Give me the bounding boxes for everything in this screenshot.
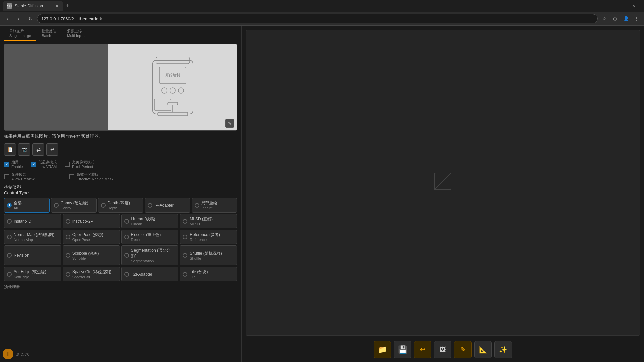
- ctrl-reference-cn: Reference (参考): [190, 232, 220, 238]
- ctrl-inpaint[interactable]: 局部重绘 Inpaint: [192, 198, 237, 213]
- ctrl-openpose[interactable]: OpenPose (姿态) OpenPose: [63, 230, 120, 244]
- ctrl-normal-labels: NormalMap (法线贴图) NormalMap: [14, 232, 54, 242]
- ctrl-canny[interactable]: Canny (硬边缘) Canny: [51, 198, 97, 213]
- ctrl-ip-radio: [148, 203, 152, 208]
- ctrl-shuffle-labels: Shuffle (随机洗牌) Shuffle: [190, 251, 222, 260]
- effective-region-label: 高效子区蒙版 Effective Region Mask: [76, 172, 113, 181]
- ctrl-instant-id[interactable]: Instant-ID: [4, 214, 61, 228]
- ctrl-instruct-p2p[interactable]: InstructP2P: [63, 214, 120, 228]
- open-folder-btn[interactable]: 📁: [374, 341, 391, 358]
- ctrl-revision[interactable]: Revision: [4, 245, 61, 265]
- new-tab-btn[interactable]: +: [63, 1, 72, 11]
- image-upload-area[interactable]: i 图像 image ↩ ⊞ ✕: [4, 44, 237, 131]
- ctrl-scribble[interactable]: Scribble (涂鸦) Scribble: [63, 245, 120, 265]
- placeholder-svg: [433, 171, 453, 191]
- ctrl-shuffle[interactable]: Shuffle (随机洗牌) Shuffle: [180, 245, 237, 265]
- tab-multi-en: Multi-Inputs: [67, 34, 86, 38]
- ctrl-soft-en: SoftEdge: [14, 275, 46, 279]
- ctrl-recolor[interactable]: Recolor (重上色) Recolor: [121, 230, 179, 244]
- maximize-btn[interactable]: □: [610, 1, 625, 11]
- ctrl-row-2: Instant-ID InstructP2P Lineart (线稿): [4, 214, 237, 228]
- control-type-section: 控制类型 Control Type 全部 All: [4, 184, 237, 281]
- clipboard-btn[interactable]: 📋: [4, 143, 16, 156]
- tab-multi[interactable]: 多张上传 Multi-Inputs: [62, 26, 92, 41]
- ctrl-mlsd[interactable]: MLSD (直线) MLSD: [180, 214, 237, 228]
- extensions-btn[interactable]: ⬡: [610, 14, 620, 23]
- ctrl-scribble-radio: [66, 253, 70, 258]
- ctrl-softedge[interactable]: SoftEdge (软边缘) SoftEdge: [4, 267, 61, 281]
- svg-point-4: [170, 88, 175, 93]
- ctrl-row-4: Revision Scribble (涂鸦) Scribble Segm: [4, 245, 237, 265]
- ctrl-depth[interactable]: Depth (深度) Depth: [98, 198, 144, 213]
- ctrl-segmentation[interactable]: Segmentation (语义分割) Segmentation: [121, 245, 179, 265]
- save-btn[interactable]: 💾: [394, 341, 411, 358]
- measure-btn[interactable]: 📐: [474, 341, 492, 358]
- ctrl-tile[interactable]: Tile (分块) Tile: [180, 267, 237, 281]
- ctrl-all-radio: [7, 203, 12, 208]
- ctrl-lineart[interactable]: Lineart (线稿) Lineart: [121, 214, 179, 228]
- send-back-btn[interactable]: ↩: [414, 341, 431, 358]
- ctrl-seg-en: Segmentation: [131, 259, 176, 263]
- ctrl-depth-en: Depth: [108, 206, 130, 210]
- tab-bar: SD Stable Diffusion ✕ + ─ □ ✕: [0, 0, 644, 12]
- tab-single-image[interactable]: 单张图片 Single Image: [4, 26, 36, 41]
- watermark-logo-text: T: [6, 351, 10, 357]
- forward-btn[interactable]: ›: [14, 14, 23, 23]
- menu-btn[interactable]: ⋮: [632, 14, 641, 23]
- bookmark-btn[interactable]: ☆: [600, 14, 609, 23]
- ctrl-t2i[interactable]: T2I-Adapter: [121, 267, 179, 281]
- edit-image-btn[interactable]: ✎: [225, 119, 234, 128]
- ctrl-reference-en: Reference: [190, 238, 220, 242]
- ctrl-lineart-labels: Lineart (线稿) Lineart: [131, 216, 155, 226]
- measure-icon: 📐: [479, 346, 487, 354]
- ctrl-all[interactable]: 全部 All: [4, 198, 50, 213]
- ctrl-reference[interactable]: Reference (参考) Reference: [180, 230, 237, 244]
- main-layout: 单张图片 Single Image 批量处理 Batch 多张上传 Multi-…: [0, 26, 644, 362]
- tab-batch-en: Batch: [42, 34, 56, 38]
- tab-batch[interactable]: 批量处理 Batch: [36, 26, 62, 41]
- ctrl-mlsd-radio: [183, 219, 187, 224]
- ctrl-ip-labels: IP-Adapter: [154, 203, 173, 208]
- ctrl-inpaint-cn: 局部重绘: [201, 200, 217, 206]
- allow-preview-en: Allow Preview: [11, 177, 34, 181]
- browser-actions: ☆ ⬡ 👤 ⋮: [600, 14, 641, 23]
- ctrl-p2p-cn: InstructP2P: [72, 219, 93, 224]
- sparkle-btn[interactable]: ✨: [494, 341, 512, 358]
- browser-tab[interactable]: SD Stable Diffusion ✕: [3, 1, 63, 11]
- ctrl-recolor-cn: Recolor (重上色): [131, 232, 161, 238]
- edit-output-btn[interactable]: ✎: [454, 341, 472, 358]
- tab-title: Stable Diffusion: [15, 4, 43, 8]
- minimize-btn[interactable]: ─: [594, 1, 609, 11]
- rotate-btn[interactable]: ↩: [46, 143, 58, 156]
- ctrl-seg-radio: [124, 253, 129, 258]
- ctrl-ip-adapter[interactable]: IP-Adapter: [145, 198, 190, 213]
- ctrl-sparsectrl[interactable]: SparseCtrl (稀疏控制) SparseCtrl: [63, 267, 120, 281]
- reload-btn[interactable]: ↻: [25, 14, 35, 23]
- ctrl-scribble-en: Scribble: [72, 256, 99, 260]
- ctrl-canny-labels: Canny (硬边缘) Canny: [61, 200, 88, 210]
- swap-btn[interactable]: ⇄: [32, 143, 44, 156]
- back-btn[interactable]: ‹: [3, 14, 12, 23]
- preprocessor-hint: 预处理器: [4, 284, 237, 290]
- enable-checkbox[interactable]: 启用 Enable: [4, 160, 23, 169]
- ctrl-depth-radio: [101, 203, 106, 208]
- output-placeholder-icon: [433, 171, 453, 194]
- coffee-machine-svg: 开始绘制: [146, 50, 200, 124]
- url-input[interactable]: 127.0.0.1:7860/?__theme=dark: [37, 14, 598, 23]
- ctrl-row-3: NormalMap (法线贴图) NormalMap OpenPose (姿态)…: [4, 230, 237, 244]
- profile-btn[interactable]: 👤: [621, 14, 631, 23]
- image-view-btn[interactable]: 🖼: [434, 341, 451, 358]
- allow-preview-checkbox[interactable]: 允许预览 Allow Preview: [4, 172, 34, 181]
- ctrl-t2i-cn: T2I-Adapter: [131, 272, 152, 277]
- close-btn[interactable]: ✕: [626, 1, 641, 11]
- pixel-perfect-cb: [65, 162, 70, 167]
- ctrl-sparse-labels: SparseCtrl (稀疏控制) SparseCtrl: [72, 269, 111, 279]
- ctrl-normalmap[interactable]: NormalMap (法线贴图) NormalMap: [4, 230, 61, 244]
- tab-close-btn[interactable]: ✕: [55, 3, 59, 9]
- effective-region-checkbox[interactable]: 高效子区蒙版 Effective Region Mask: [69, 172, 113, 181]
- low-vram-checkbox[interactable]: 低显存模式 Low VRAM: [31, 160, 57, 169]
- camera-btn[interactable]: 📷: [18, 143, 30, 156]
- control-type-label: 控制类型 Control Type: [4, 184, 237, 195]
- pixel-perfect-checkbox[interactable]: 完美像素模式 Pixel Perfect: [65, 160, 94, 169]
- ctrl-revision-labels: Revision: [14, 253, 29, 258]
